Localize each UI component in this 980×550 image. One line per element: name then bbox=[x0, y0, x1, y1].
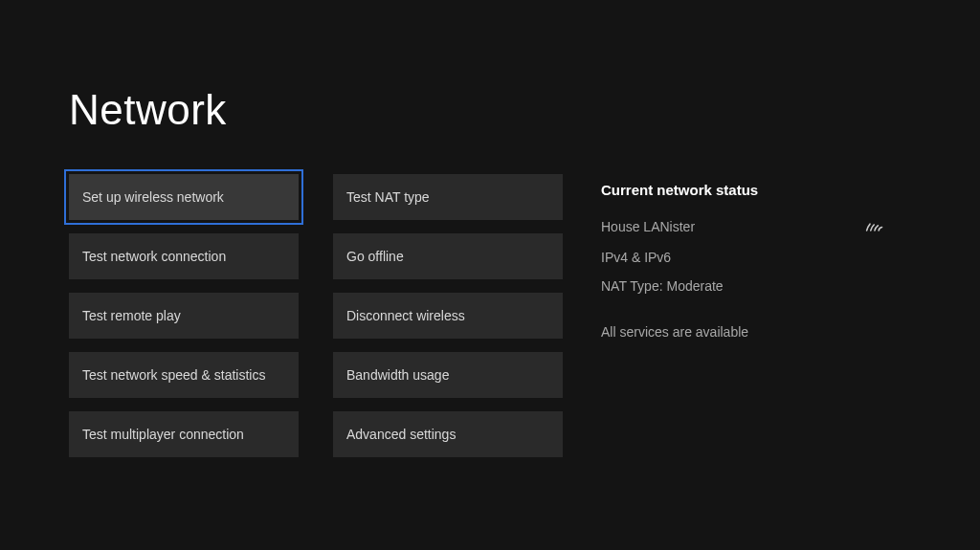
tile-label: Test network connection bbox=[82, 249, 226, 264]
tile-label: Disconnect wireless bbox=[346, 308, 465, 323]
tile-test-nat[interactable]: Test NAT type bbox=[333, 174, 563, 220]
tile-test-multiplayer[interactable]: Test multiplayer connection bbox=[69, 411, 299, 457]
tile-go-offline[interactable]: Go offline bbox=[333, 233, 563, 279]
options-column-2: Test NAT type Go offline Disconnect wire… bbox=[333, 174, 563, 457]
tile-label: Go offline bbox=[346, 249, 404, 264]
tile-label: Test network speed & statistics bbox=[82, 367, 265, 383]
tile-disconnect-wireless[interactable]: Disconnect wireless bbox=[333, 293, 563, 339]
nat-type: NAT Type: Moderate bbox=[601, 278, 724, 294]
tile-advanced-settings[interactable]: Advanced settings bbox=[333, 411, 563, 457]
status-heading: Current network status bbox=[601, 182, 884, 198]
tile-test-connection[interactable]: Test network connection bbox=[69, 233, 299, 279]
tile-setup-wireless[interactable]: Set up wireless network bbox=[69, 174, 299, 220]
services-status: All services are available bbox=[601, 324, 884, 340]
page-title: Network bbox=[69, 86, 911, 134]
tile-test-speed-stats[interactable]: Test network speed & statistics bbox=[69, 352, 299, 398]
tile-bandwidth-usage[interactable]: Bandwidth usage bbox=[333, 352, 563, 398]
tile-label: Advanced settings bbox=[346, 427, 456, 442]
tile-label: Test NAT type bbox=[346, 189, 430, 205]
wifi-signal-icon bbox=[865, 217, 884, 236]
ip-versions: IPv4 & IPv6 bbox=[601, 250, 671, 265]
tile-label: Test remote play bbox=[82, 308, 181, 323]
options-column-1: Set up wireless network Test network con… bbox=[69, 174, 299, 457]
tile-label: Set up wireless network bbox=[82, 189, 224, 205]
tile-label: Bandwidth usage bbox=[346, 367, 449, 383]
tile-test-remote-play[interactable]: Test remote play bbox=[69, 293, 299, 339]
tile-label: Test multiplayer connection bbox=[82, 427, 244, 442]
network-name: House LANister bbox=[601, 219, 695, 234]
status-panel: Current network status House LANister IP… bbox=[597, 174, 884, 457]
